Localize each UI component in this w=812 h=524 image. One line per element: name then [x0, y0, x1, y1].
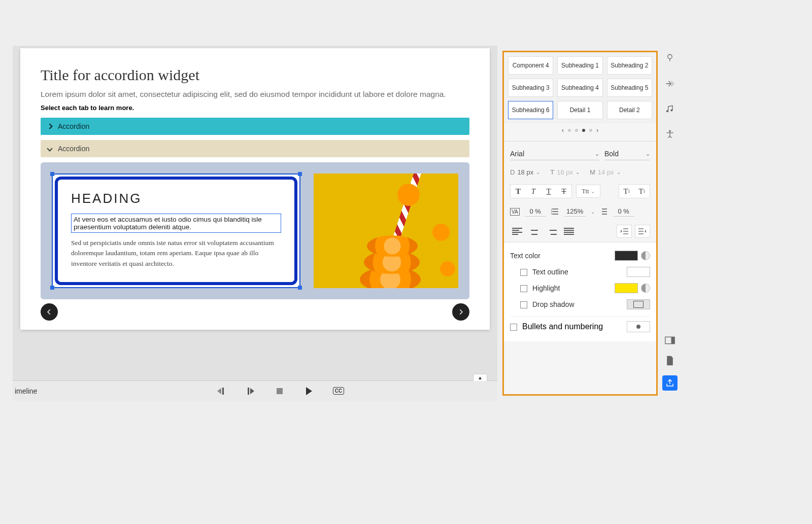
text-style-presets: Component 4 Subheading 1 Subheading 2 Su…: [504, 52, 656, 123]
svg-point-1: [666, 110, 668, 112]
text-outline-checkbox[interactable]: [520, 269, 527, 276]
align-right-icon[interactable]: [545, 225, 559, 237]
font-weight-dropdown[interactable]: Bold⌄: [604, 148, 650, 160]
svg-point-2: [670, 109, 672, 111]
mobile-size[interactable]: M 14 px⌄: [590, 168, 621, 176]
align-left-icon[interactable]: [510, 225, 524, 237]
accordion-content: HEADING At vero eos et accusamus et iust…: [41, 162, 469, 299]
prev-button[interactable]: [41, 303, 58, 321]
style-preset[interactable]: Component 4: [508, 56, 553, 75]
line-height-input[interactable]: 125%: [564, 206, 586, 217]
italic-icon[interactable]: T: [526, 185, 541, 198]
line-height-icon: [551, 207, 559, 216]
accordion-item-2[interactable]: Accordion: [41, 140, 469, 157]
paragraph-spacing-icon: [600, 207, 608, 216]
next-button[interactable]: [452, 303, 469, 321]
style-preset[interactable]: Subheading 2: [607, 56, 652, 75]
cc-icon[interactable]: CC: [333, 386, 344, 396]
align-justify-icon[interactable]: [562, 225, 576, 237]
text-case-dropdown[interactable]: Ttt⌄: [576, 185, 600, 198]
text-properties-panel: Component 4 Subheading 1 Subheading 2 Su…: [502, 51, 658, 396]
share-button[interactable]: [662, 375, 678, 391]
accordion-item-1[interactable]: Accordion: [41, 118, 469, 135]
strikethrough-icon[interactable]: T: [556, 185, 571, 198]
accordion-label: Accordion: [58, 122, 89, 130]
animate-icon[interactable]: [664, 78, 675, 89]
style-preset[interactable]: Subheading 3: [508, 79, 553, 97]
selected-paragraph[interactable]: At vero eos et accusamus et iusto odio c…: [71, 214, 281, 233]
font-family-dropdown[interactable]: Arial⌄: [510, 148, 599, 160]
outline-swatch[interactable]: [627, 267, 650, 277]
timeline-collapse-handle[interactable]: ▲: [473, 374, 487, 381]
drop-shadow-checkbox[interactable]: [520, 301, 527, 308]
shadow-settings-button[interactable]: [627, 299, 650, 309]
svg-rect-5: [671, 337, 675, 343]
chevron-right-icon[interactable]: ›: [596, 126, 598, 134]
selected-text-object[interactable]: HEADING At vero eos et accusamus et iust…: [52, 173, 300, 288]
style-preset-selected[interactable]: Subheading 6: [508, 101, 553, 119]
preset-pagination: ‹ ›: [504, 123, 656, 139]
play-icon[interactable]: [304, 386, 314, 396]
body-paragraph[interactable]: Sed ut perspiciatis unde omnis iste natu…: [71, 238, 281, 269]
bullets-style-button[interactable]: [627, 321, 650, 332]
accessibility-icon[interactable]: [664, 129, 675, 140]
card-heading[interactable]: HEADING: [71, 191, 281, 206]
slide[interactable]: Title for accordion widget Lorem ipsum d…: [20, 48, 490, 330]
chevron-right-icon: [47, 123, 52, 129]
highlight-checkbox[interactable]: [520, 285, 527, 292]
increase-indent-icon[interactable]: [635, 225, 650, 238]
audio-icon[interactable]: [664, 103, 675, 115]
svg-point-0: [668, 55, 672, 59]
chevron-down-icon: [47, 146, 52, 151]
style-preset[interactable]: Subheading 1: [557, 56, 602, 75]
slide-instruction: Select each tab to learn more.: [41, 104, 469, 112]
slide-subtitle: Lorem ipsum dolor sit amet, consectetur …: [41, 90, 469, 99]
bold-icon[interactable]: T: [511, 185, 526, 198]
chevron-left-icon[interactable]: ‹: [562, 126, 564, 134]
svg-point-3: [669, 130, 671, 132]
canvas-area: Title for accordion widget Lorem ipsum d…: [13, 46, 497, 401]
step-back-icon[interactable]: [216, 386, 226, 396]
superscript-icon[interactable]: T1: [619, 185, 634, 198]
style-preset[interactable]: Subheading 5: [607, 79, 652, 97]
opacity-icon[interactable]: [641, 284, 650, 293]
style-preset[interactable]: Subheading 4: [557, 79, 602, 97]
document-icon[interactable]: [664, 355, 675, 366]
paragraph-spacing-input[interactable]: 0 %: [613, 206, 634, 217]
desktop-size[interactable]: D 18 px⌄: [510, 168, 540, 176]
letter-spacing-icon: VA: [510, 208, 520, 216]
interactions-icon[interactable]: [664, 53, 675, 64]
timeline-label: imeline: [15, 387, 37, 395]
tablet-size[interactable]: T 16 px⌄: [550, 168, 580, 176]
accordion-label: Accordion: [58, 145, 89, 153]
style-preset[interactable]: Detail 1: [557, 101, 602, 119]
stop-icon[interactable]: [275, 386, 285, 396]
align-center-icon[interactable]: [527, 225, 542, 237]
highlight-swatch[interactable]: [615, 283, 638, 293]
opacity-icon[interactable]: [641, 251, 650, 260]
text-color-swatch[interactable]: [615, 251, 638, 261]
bullets-checkbox[interactable]: [510, 324, 517, 331]
letter-spacing-input[interactable]: 0 %: [525, 206, 546, 217]
subscript-icon[interactable]: T1: [634, 185, 650, 198]
style-preset[interactable]: Detail 2: [607, 101, 652, 119]
slide-title: Title for accordion widget: [41, 66, 469, 84]
text-color-label: Text color: [510, 252, 540, 260]
step-forward-icon[interactable]: [245, 386, 255, 396]
underline-icon[interactable]: T: [541, 185, 556, 198]
image-placeholder[interactable]: [314, 173, 458, 288]
panel-toggle-icon[interactable]: [664, 335, 675, 346]
decrease-indent-icon[interactable]: [617, 225, 632, 238]
timeline-bar[interactable]: ▲ imeline CC: [13, 380, 497, 401]
